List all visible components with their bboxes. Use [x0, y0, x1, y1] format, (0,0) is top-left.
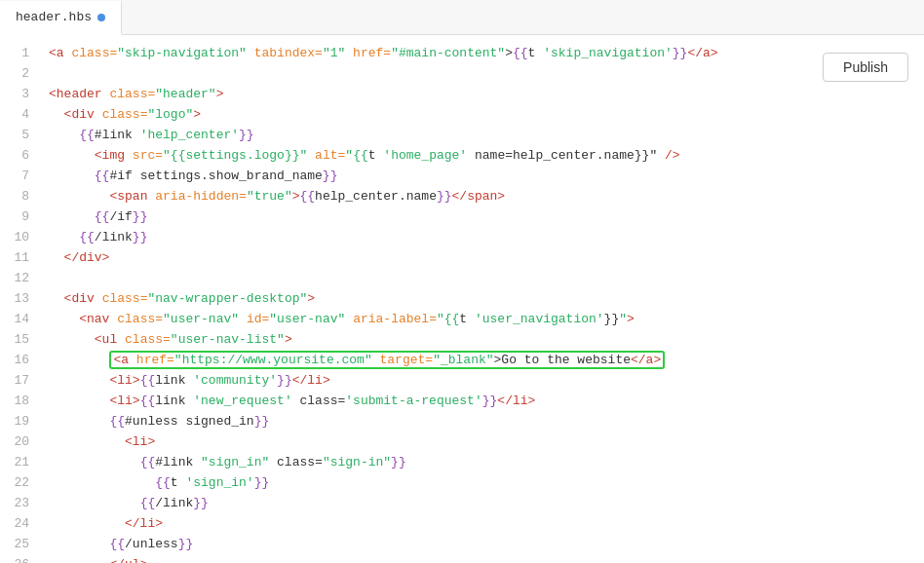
code-line: <li>{{link 'community'}}</li>: [41, 370, 924, 391]
line-number: 12: [0, 268, 41, 288]
line-number: 8: [0, 186, 41, 206]
line-number: 18: [0, 391, 41, 411]
line-numbers: 1234567891011121314151617181920212223242…: [0, 35, 41, 563]
line-number: 11: [0, 247, 41, 268]
line-number: 7: [0, 166, 41, 186]
line-number: 1: [0, 43, 41, 63]
line-number: 16: [0, 350, 41, 370]
line-number: 2: [0, 63, 41, 84]
code-line: <header class="header">: [41, 84, 924, 104]
code-line: [41, 268, 924, 288]
line-number: 26: [0, 554, 41, 563]
code-line: {{/unless}}: [41, 534, 924, 554]
code-line: {{/link}}: [41, 227, 924, 247]
publish-button[interactable]: Publish: [823, 53, 908, 82]
line-number: 20: [0, 432, 41, 452]
line-number: 6: [0, 145, 41, 166]
code-line: {{#link "sign_in" class="sign-in"}}: [41, 452, 924, 472]
line-number: 3: [0, 84, 41, 104]
line-number: 9: [0, 206, 41, 227]
tab-header-hbs[interactable]: header.hbs: [0, 1, 122, 35]
line-number: 13: [0, 288, 41, 309]
code-line: <li>: [41, 432, 924, 452]
code-line: </ul>: [41, 554, 924, 563]
code-line: [41, 63, 924, 84]
tab-modified-dot: [97, 14, 105, 21]
line-number: 25: [0, 534, 41, 554]
tab-filename: header.hbs: [16, 10, 92, 24]
editor-container: Publish 12345678910111213141516171819202…: [0, 35, 924, 563]
code-line: <ul class="user-nav-list">: [41, 329, 924, 350]
line-number: 21: [0, 452, 41, 472]
line-number: 19: [0, 411, 41, 432]
code-line: <a class="skip-navigation" tabindex="1" …: [41, 43, 924, 63]
line-number: 15: [0, 329, 41, 350]
code-line: {{/link}}: [41, 493, 924, 513]
editor-wrapper: 1234567891011121314151617181920212223242…: [0, 35, 924, 563]
line-number: 14: [0, 309, 41, 329]
line-number: 4: [0, 104, 41, 125]
code-line: <nav class="user-nav" id="user-nav" aria…: [41, 309, 924, 329]
code-line: <span aria-hidden="true">{{help_center.n…: [41, 186, 924, 206]
code-line: {{#unless signed_in}}: [41, 411, 924, 432]
code-area[interactable]: <a class="skip-navigation" tabindex="1" …: [41, 35, 924, 563]
code-line: {{t 'sign_in'}}: [41, 472, 924, 493]
line-number: 10: [0, 227, 41, 247]
line-number: 23: [0, 493, 41, 513]
line-number: 22: [0, 472, 41, 493]
code-line: <img src="{{settings.logo}}" alt="{{t 'h…: [41, 145, 924, 166]
code-line: <li>{{link 'new_request' class='submit-a…: [41, 391, 924, 411]
code-line: {{/if}}: [41, 206, 924, 227]
code-line: </div>: [41, 247, 924, 268]
tab-bar: header.hbs: [0, 0, 924, 35]
line-number: 17: [0, 370, 41, 391]
code-line: <a href="https://www.yoursite.com" targe…: [41, 350, 924, 370]
code-line: <div class="nav-wrapper-desktop">: [41, 288, 924, 309]
code-line: {{#if settings.show_brand_name}}: [41, 166, 924, 186]
code-line: </li>: [41, 513, 924, 534]
highlighted-code: <a href="https://www.yoursite.com" targe…: [109, 351, 665, 369]
line-number: 5: [0, 125, 41, 145]
code-line: <div class="logo">: [41, 104, 924, 125]
line-number: 24: [0, 513, 41, 534]
code-line: {{#link 'help_center'}}: [41, 125, 924, 145]
